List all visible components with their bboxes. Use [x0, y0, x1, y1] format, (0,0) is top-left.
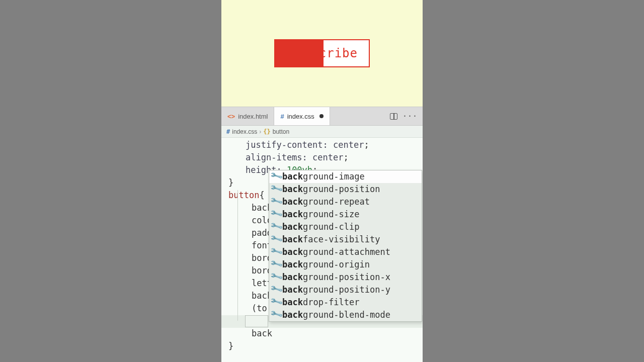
- suggest-item[interactable]: 🔧background-position-x: [269, 271, 422, 284]
- suggest-match: back: [282, 285, 303, 295]
- suggest-match: back: [282, 184, 303, 194]
- chevron-right-icon: ›: [259, 128, 261, 135]
- suggest-item[interactable]: 🔧background-clip: [269, 221, 422, 233]
- subscribe-button[interactable]: cribe: [274, 39, 370, 67]
- autocomplete-popup: 🔧background-image 🔧background-position 🔧…: [269, 170, 422, 322]
- suggest-match: back: [282, 297, 303, 307]
- suggest-tail: ground-position-y: [303, 285, 390, 295]
- wrench-icon: 🔧: [269, 308, 282, 323]
- suggest-match: back: [282, 197, 303, 207]
- suggest-item[interactable]: 🔧backdrop-filter: [269, 296, 422, 309]
- selector-icon: {}: [263, 128, 270, 135]
- code-text: center: [307, 152, 344, 162]
- code-text: }: [228, 177, 233, 188]
- unsaved-dot-icon: [319, 114, 324, 118]
- tab-label: index.html: [238, 113, 268, 120]
- suggest-tail: ground-image: [303, 171, 365, 182]
- suggest-item[interactable]: 🔧backface-visibility: [269, 233, 422, 246]
- suggest-item[interactable]: 🔧background-image: [269, 170, 422, 183]
- suggest-item[interactable]: 🔧background-size: [269, 208, 422, 221]
- suggest-match: back: [282, 310, 303, 320]
- phone-viewport: cribe <> index.html # index.css ··· # in…: [221, 0, 423, 362]
- suggest-tail: face-visibility: [303, 234, 380, 244]
- code-text: align-items:: [246, 152, 307, 162]
- code-text: ;: [364, 140, 369, 150]
- tabbar-actions: ···: [385, 107, 423, 125]
- suggest-item[interactable]: 🔧background-attachment: [269, 246, 422, 258]
- suggest-tail: ground-size: [303, 209, 360, 219]
- css-file-icon: #: [280, 113, 284, 120]
- split-editor-icon[interactable]: [390, 113, 397, 120]
- code-editor[interactable]: justify-content: center; align-items: ce…: [221, 138, 423, 362]
- suggest-tail: ground-clip: [303, 222, 360, 232]
- editor-tabbar: <> index.html # index.css ···: [221, 107, 423, 126]
- suggest-match: back: [282, 272, 303, 282]
- tab-label: index.css: [287, 113, 314, 120]
- suggest-tail: drop-filter: [303, 297, 360, 307]
- code-text: }: [228, 341, 233, 351]
- suggest-item[interactable]: 🔧background-position: [269, 183, 422, 196]
- code-text: center: [328, 140, 364, 150]
- code-text: {: [259, 190, 264, 200]
- suggest-tail: ground-blend-mode: [303, 310, 390, 320]
- suggest-tail: ground-repeat: [303, 197, 370, 207]
- suggest-item[interactable]: 🔧background-position-y: [269, 284, 422, 296]
- suggest-tail: ground-position: [303, 184, 380, 194]
- current-word-box: [245, 315, 268, 327]
- subscribe-fill: [274, 39, 324, 67]
- breadcrumb: # index.css › {} button: [221, 126, 423, 138]
- suggest-item[interactable]: 🔧background-repeat: [269, 196, 422, 208]
- suggest-tail: ground-position-x: [303, 272, 390, 282]
- indent-guide: [237, 190, 238, 321]
- suggest-match: back: [282, 171, 303, 182]
- suggest-tail: ground-origin: [303, 259, 370, 269]
- suggest-match: back: [282, 234, 303, 244]
- suggest-tail: ground-attachment: [303, 247, 390, 257]
- crumb-file[interactable]: index.css: [232, 128, 257, 135]
- css-file-icon: #: [226, 128, 230, 135]
- suggest-match: back: [282, 247, 303, 257]
- html-preview-area: cribe: [221, 0, 423, 107]
- more-actions-icon[interactable]: ···: [403, 113, 418, 120]
- tab-index-css[interactable]: # index.css: [274, 107, 330, 125]
- suggest-item[interactable]: 🔧background-origin: [269, 258, 422, 271]
- html-file-icon: <>: [227, 113, 235, 120]
- suggest-item[interactable]: 🔧background-blend-mode: [269, 309, 422, 321]
- crumb-selector[interactable]: button: [273, 128, 289, 135]
- subscribe-label: cribe: [319, 46, 358, 60]
- suggest-match: back: [282, 209, 303, 219]
- code-text: button: [228, 190, 259, 200]
- code-text: justify-content:: [246, 140, 328, 150]
- suggest-match: back: [282, 259, 303, 269]
- code-text: back: [252, 328, 272, 338]
- suggest-match: back: [282, 222, 303, 232]
- code-text: ;: [343, 152, 348, 162]
- tab-index-html[interactable]: <> index.html: [221, 107, 274, 125]
